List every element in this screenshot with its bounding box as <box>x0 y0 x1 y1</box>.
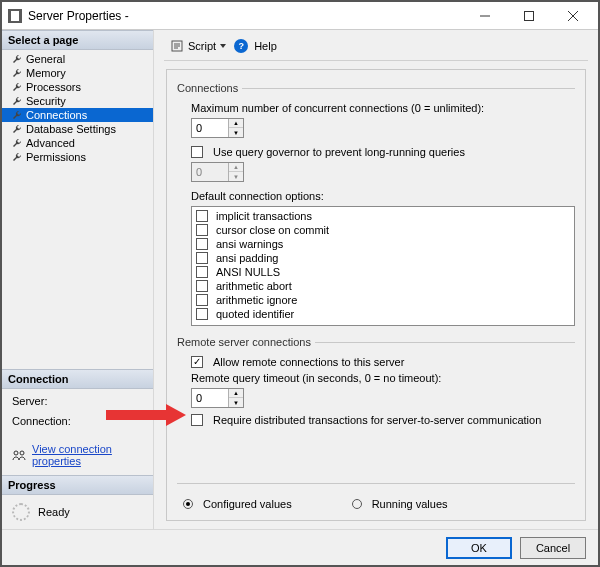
chevron-down-icon <box>220 44 226 48</box>
configured-values-label: Configured values <box>203 498 292 510</box>
app-icon <box>8 9 22 23</box>
server-label: Server: <box>12 395 147 407</box>
script-label: Script <box>188 40 216 52</box>
option-label: ANSI NULLS <box>216 265 280 279</box>
sidebar-item-label: Memory <box>26 67 66 79</box>
option-label: cursor close on commit <box>216 223 329 237</box>
sidebar-item-processors[interactable]: Processors <box>2 80 153 94</box>
radio-icon <box>183 499 193 509</box>
progress-spinner-icon <box>12 503 30 521</box>
people-icon <box>12 449 26 461</box>
query-governor-input: ▲▼ <box>191 162 244 182</box>
svg-point-4 <box>14 451 18 455</box>
require-distributed-checkbox[interactable] <box>191 414 203 426</box>
svg-rect-1 <box>525 11 534 20</box>
option-row[interactable]: cursor close on commit <box>194 223 572 237</box>
option-label: implicit transactions <box>216 209 312 223</box>
close-button[interactable] <box>560 6 586 26</box>
progress-status: Ready <box>38 506 70 518</box>
main-pane: Script ? Help Connections Maximum number… <box>154 30 598 529</box>
option-label: ansi padding <box>216 251 278 265</box>
connection-field-label: Connection: <box>12 415 147 427</box>
query-governor-label: Use query governor to prevent long-runni… <box>213 146 465 158</box>
remote-timeout-field[interactable] <box>192 389 228 407</box>
option-row[interactable]: arithmetic abort <box>194 279 572 293</box>
default-options-listbox[interactable]: implicit transactionscursor close on com… <box>191 206 575 326</box>
sidebar-item-label: Advanced <box>26 137 75 149</box>
sidebar-item-security[interactable]: Security <box>2 94 153 108</box>
spin-down-icon[interactable]: ▼ <box>229 398 243 407</box>
dialog-footer: OK Cancel <box>2 529 598 565</box>
option-label: ansi warnings <box>216 237 283 251</box>
spin-up-icon[interactable]: ▲ <box>229 119 243 128</box>
remote-timeout-input[interactable]: ▲▼ <box>191 388 244 408</box>
running-values-label: Running values <box>372 498 448 510</box>
sidebar-item-label: Security <box>26 95 66 107</box>
allow-remote-checkbox[interactable] <box>191 356 203 368</box>
sidebar-item-label: Connections <box>26 109 87 121</box>
option-checkbox[interactable] <box>196 280 208 292</box>
option-checkbox[interactable] <box>196 238 208 250</box>
progress-header: Progress <box>2 475 153 495</box>
wrench-icon <box>12 54 22 64</box>
sidebar: Select a page GeneralMemoryProcessorsSec… <box>2 30 154 529</box>
ok-button[interactable]: OK <box>446 537 512 559</box>
wrench-icon <box>12 68 22 78</box>
option-row[interactable]: ANSI NULLS <box>194 265 572 279</box>
allow-remote-label: Allow remote connections to this server <box>213 356 404 368</box>
maximize-button[interactable] <box>516 6 542 26</box>
option-row[interactable]: implicit transactions <box>194 209 572 223</box>
option-checkbox[interactable] <box>196 210 208 222</box>
query-governor-checkbox[interactable] <box>191 146 203 158</box>
option-label: arithmetic ignore <box>216 293 297 307</box>
sidebar-item-general[interactable]: General <box>2 52 153 66</box>
query-governor-field <box>192 163 228 181</box>
option-row[interactable]: ansi padding <box>194 251 572 265</box>
wrench-icon <box>12 110 22 120</box>
option-checkbox[interactable] <box>196 252 208 264</box>
sidebar-item-permissions[interactable]: Permissions <box>2 150 153 164</box>
max-conn-field[interactable] <box>192 119 228 137</box>
remote-section-label: Remote server connections <box>177 336 311 348</box>
default-options-label: Default connection options: <box>191 190 575 202</box>
running-values-radio[interactable]: Running values <box>352 498 448 510</box>
configured-values-radio[interactable]: Configured values <box>183 498 292 510</box>
spin-up-icon[interactable]: ▲ <box>229 389 243 398</box>
option-row[interactable]: arithmetic ignore <box>194 293 572 307</box>
radio-icon <box>352 499 362 509</box>
option-label: arithmetic abort <box>216 279 292 293</box>
max-conn-input[interactable]: ▲▼ <box>191 118 244 138</box>
title-bar: Server Properties - <box>2 2 598 30</box>
sidebar-item-label: Database Settings <box>26 123 116 135</box>
sidebar-item-label: Processors <box>26 81 81 93</box>
option-row[interactable]: ansi warnings <box>194 237 572 251</box>
spin-down-icon[interactable]: ▼ <box>229 128 243 137</box>
wrench-icon <box>12 82 22 92</box>
option-checkbox[interactable] <box>196 266 208 278</box>
help-label[interactable]: Help <box>254 40 277 52</box>
sidebar-item-memory[interactable]: Memory <box>2 66 153 80</box>
cancel-button[interactable]: Cancel <box>520 537 586 559</box>
option-checkbox[interactable] <box>196 294 208 306</box>
option-checkbox[interactable] <box>196 308 208 320</box>
max-conn-label: Maximum number of concurrent connections… <box>191 102 575 114</box>
sidebar-item-advanced[interactable]: Advanced <box>2 136 153 150</box>
remote-timeout-label: Remote query timeout (in seconds, 0 = no… <box>191 372 575 384</box>
sidebar-item-connections[interactable]: Connections <box>2 108 153 122</box>
option-label: quoted identifier <box>216 307 294 321</box>
wrench-icon <box>12 138 22 148</box>
option-checkbox[interactable] <box>196 224 208 236</box>
sidebar-item-label: Permissions <box>26 151 86 163</box>
connections-section-label: Connections <box>177 82 238 94</box>
svg-point-5 <box>20 451 24 455</box>
view-connection-properties-link[interactable]: View connection properties <box>32 443 147 467</box>
sidebar-item-database-settings[interactable]: Database Settings <box>2 122 153 136</box>
option-row[interactable]: quoted identifier <box>194 307 572 321</box>
wrench-icon <box>12 96 22 106</box>
connection-header: Connection <box>2 369 153 389</box>
script-button[interactable]: Script <box>168 38 228 54</box>
sidebar-item-label: General <box>26 53 65 65</box>
help-icon: ? <box>234 39 248 53</box>
select-page-header: Select a page <box>2 30 153 50</box>
minimize-button[interactable] <box>472 6 498 26</box>
